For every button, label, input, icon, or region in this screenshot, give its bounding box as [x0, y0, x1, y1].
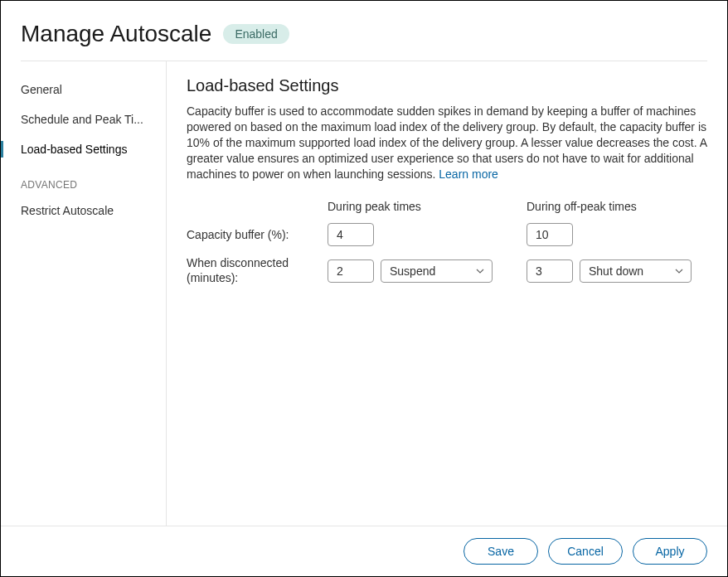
chevron-down-icon	[475, 266, 485, 276]
dialog-body: General Schedule and Peak Ti... Load-bas…	[1, 61, 727, 526]
peak-disconnect-minutes-input[interactable]	[328, 259, 374, 283]
settings-grid: During peak times During off-peak times …	[187, 200, 707, 285]
learn-more-link[interactable]: Learn more	[439, 167, 498, 181]
section-heading: Load-based Settings	[187, 76, 707, 95]
apply-button[interactable]: Apply	[633, 538, 707, 565]
cancel-button[interactable]: Cancel	[548, 538, 623, 565]
cell-peak-disconnected: Suspend	[328, 259, 527, 283]
section-description: Capacity buffer is used to accommodate s…	[187, 104, 707, 182]
cell-offpeak-disconnected: Shut down	[527, 259, 696, 283]
dialog-window: Manage Autoscale Enabled General Schedul…	[0, 0, 728, 577]
column-header-offpeak: During off-peak times	[527, 200, 696, 213]
chevron-down-icon	[674, 266, 684, 276]
offpeak-disconnect-action-value: Shut down	[589, 264, 643, 278]
peak-capacity-buffer-input[interactable]	[328, 223, 374, 246]
peak-disconnect-action-select[interactable]: Suspend	[381, 259, 493, 283]
row-label-capacity-buffer: Capacity buffer (%):	[187, 228, 328, 243]
main-content: Load-based Settings Capacity buffer is u…	[167, 61, 727, 526]
sidebar-section-advanced: ADVANCED	[1, 164, 166, 196]
save-button[interactable]: Save	[463, 538, 538, 565]
dialog-header: Manage Autoscale Enabled	[1, 1, 727, 54]
column-header-peak: During peak times	[328, 200, 527, 213]
dialog-footer: Save Cancel Apply	[1, 526, 727, 576]
offpeak-disconnect-minutes-input[interactable]	[527, 259, 573, 283]
offpeak-disconnect-action-select[interactable]: Shut down	[580, 259, 692, 283]
sidebar: General Schedule and Peak Ti... Load-bas…	[1, 61, 167, 526]
cell-offpeak-buffer	[527, 223, 696, 246]
sidebar-item-schedule[interactable]: Schedule and Peak Ti...	[1, 104, 166, 134]
peak-disconnect-action-value: Suspend	[390, 264, 435, 278]
offpeak-capacity-buffer-input[interactable]	[527, 223, 573, 246]
row-label-disconnected: When disconnected (minutes):	[187, 256, 328, 285]
status-badge: Enabled	[223, 24, 289, 44]
page-title: Manage Autoscale	[21, 21, 211, 47]
sidebar-item-restrict[interactable]: Restrict Autoscale	[1, 196, 166, 225]
sidebar-item-general[interactable]: General	[1, 75, 166, 104]
cell-peak-buffer	[328, 223, 527, 246]
sidebar-item-load-based[interactable]: Load-based Settings	[1, 134, 166, 164]
